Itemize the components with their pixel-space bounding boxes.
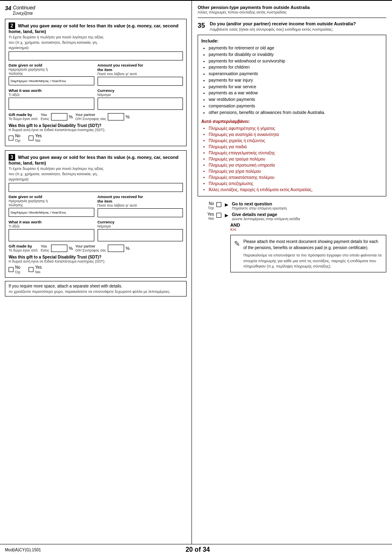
no-answer-checkbox[interactable] (216, 202, 221, 207)
block3-month-label: Month/Μήνας (29, 211, 49, 214)
block2-worth-label: What it was worth (9, 88, 94, 93)
block3-partner-group: Your partner Ο/Η Συντροφος σας % (75, 244, 129, 252)
block2-subtitle3: αγρόκτημα) (9, 45, 183, 50)
block2-no-checkbox[interactable] (9, 136, 13, 140)
block2-no-label: No (15, 134, 20, 138)
block2-yn-row: No Όχι Yes Ναι (9, 134, 183, 143)
block3-you-percent-input[interactable] (51, 245, 67, 252)
block2-partner-sub: Ο/Η Συντροφος σας (75, 117, 106, 121)
q35-text: Do you (and/or your partner) receive inc… (210, 21, 356, 26)
block3-amount-input[interactable] (98, 208, 183, 217)
block3-currency-input[interactable] (98, 229, 183, 241)
block3-worth-currency-row: What it was worth Τι άξιζε Currency Νόμι… (9, 220, 183, 241)
block2-date-label: Date given or sold (9, 63, 94, 67)
block2-date-amount-row: Date given or sold Ημερομηνία χορήγησης … (9, 63, 183, 86)
block3-worth-input[interactable] (9, 229, 94, 241)
greek-bullet-9: Πληρωμές αποζημίωσης (209, 181, 383, 187)
block2-main-input[interactable] (9, 51, 183, 60)
block3-yes-checkbox[interactable] (29, 267, 33, 272)
block2-yes-checkbox[interactable] (29, 136, 33, 140)
block2-worth-group: What it was worth Τι άξιζε (9, 88, 94, 110)
greek-bullet-3: Πληρωμές για παιδιά (209, 144, 383, 150)
more-space-greek: Αν χρειάζεστε περισσότερο χώρο, παρακαλε… (9, 290, 183, 294)
block2-sdt-question: Was this gift to a Special Disability Tr… (9, 123, 183, 128)
page-container: 34 Continued Συνεχίζεται 2 What you gave… (0, 0, 392, 555)
block2-worth-input[interactable] (9, 98, 94, 110)
block2-subtitle2: του (π.χ. χρήματα, αυτοκίνητο, δεύτερη κ… (9, 40, 183, 45)
block3-date-amount-row: Date given or sold Ημερομηνία χορήγησης … (9, 194, 183, 217)
yes-answer-checkbox[interactable] (216, 213, 221, 218)
block2-amount-input[interactable] (98, 77, 183, 86)
block3-worth-sub: Τι άξιζε (9, 224, 94, 228)
block3-yes-item: Yes Ναι (29, 265, 42, 274)
block3-partner-sub: Ο/Η Συντροφος σας (75, 248, 106, 252)
block3-no-checkbox[interactable] (9, 267, 13, 272)
block3-yes-label: Yes (35, 265, 42, 270)
q35-number: 35 (198, 22, 205, 29)
block2-gift-label: Gift made by (9, 112, 38, 117)
block2-you-label: You (41, 113, 49, 117)
note-text-greek: Παρακαλούμε να επισυνάψετε το πιο πρόσφα… (243, 252, 383, 269)
block2-yes-item: Yes Ναι (29, 134, 42, 143)
yes-answer-label-group: Yes Ναι (198, 212, 214, 221)
block3-date-box[interactable]: Day/Ημέρα / Month/Μήνας / Year/Έτος (9, 208, 94, 217)
block3-yes-sub: Ναι (35, 270, 40, 274)
block3-you-label: You (41, 244, 49, 248)
yes-label: Yes (198, 212, 214, 216)
bullet-widowhood: payments for widowhood or survivorship (209, 58, 383, 65)
block3-partner-label: Your partner (75, 244, 106, 248)
greek-bullet-5: Πληρωμές για τραύμα πολέμου (209, 156, 383, 162)
and-greek: ΚΑΙ (230, 227, 236, 232)
block3-amount-label: Amount you received for (98, 194, 183, 199)
continued-label: Continued (13, 5, 36, 11)
block3-partner-percent-input[interactable] (108, 245, 124, 252)
bullet-compensation: compensation payments (209, 103, 383, 109)
block3-worth-label: What it was worth (9, 220, 94, 224)
block3-subtitle: Τι έχετε δωρίσει ή πωλήσει για ποσό λιγό… (9, 166, 183, 171)
block2-partner-percent-input[interactable] (108, 113, 124, 120)
and-label: AND (230, 223, 240, 227)
block3-amount-sub: Ποσό που λάβατε γι' αυτό (98, 203, 183, 207)
greek-bullet-1: Πληρωμές για αναπηρία ή ανικανότητα (209, 132, 383, 138)
block3-date-sub2: πώλησης (9, 203, 94, 207)
block3-sdt-question: Was this gift to a Special Disability Tr… (9, 255, 183, 259)
block2-date-box[interactable]: Day/Ημέρα / Month/Μήνας / Year/Έτος (9, 76, 94, 85)
yes-answer-row: Yes Ναι ► Give details next page Δώστε λ… (198, 212, 386, 221)
bullet-superannuation: superannuation payments (209, 71, 383, 77)
block2-date-sub2: πώλησης (9, 71, 94, 76)
block3-gift-row: Gift made by Το δώρο έγινε από: You Εσει… (9, 244, 183, 252)
q35-greek: Λαμβάνετε εσείς (ή/και ο/η σύντροφός σας… (210, 27, 356, 31)
block2-yes-label: Yes (35, 134, 42, 138)
right-header-english: Other pension-type payments from outside… (198, 5, 386, 10)
block3-gift-label: Gift made by (9, 244, 38, 248)
q35-block: 35 Do you (and/or your partner) receive … (198, 21, 386, 31)
no-action-text: Go to next question (232, 201, 287, 206)
block2-currency-input[interactable] (98, 98, 183, 110)
block3-no-label: No (15, 265, 20, 270)
block3-number: 3 (9, 154, 15, 160)
block3-no-item: No Όχι (9, 265, 20, 274)
block3-amount-group: Amount you received for the item Ποσό πο… (98, 194, 183, 217)
block2-partner-percent-sign: % (126, 114, 130, 119)
block3-title: What you gave away or sold for less than… (18, 155, 125, 160)
paperclip-icon: ✎ (234, 239, 240, 269)
block2-you-sub: Εσεις (41, 117, 49, 121)
block2-gift-row: Gift made by Το δώρο έγινε από: You Εσει… (9, 112, 183, 121)
block2-you-percent-input[interactable] (51, 113, 67, 120)
bullet-war-injury: payments for war injury (209, 77, 383, 84)
continued-greek: Συνεχίζεται (13, 11, 33, 16)
right-header-greek: Άλλες πληρωμές τύπου-σύνταξης εκτός Αυστ… (198, 10, 386, 14)
block2-partner-label: Your partner (75, 113, 106, 117)
block2-number: 2 (9, 22, 15, 29)
block3-currency-sub: Νόμισμα (98, 224, 183, 228)
yes-answer-action-group: Give details next page Δώστε λεπτομέρειε… (232, 212, 300, 221)
block2-amount-label: Amount you received for (98, 63, 183, 67)
block2-you-group: You Εσεις % (41, 113, 73, 121)
yes-action-greek: Δώστε λεπτομέρειες στην επόμενη σελίδα (232, 217, 300, 221)
and-row-greek: ΚΑΙ (230, 227, 386, 232)
include-title: Include: (201, 38, 383, 43)
yes-label-greek: Ναι (198, 216, 214, 221)
block2-gift-label-group: Gift made by Το δώρο έγινε από: (9, 112, 38, 121)
block3-main-input[interactable] (9, 183, 183, 192)
include-box: Include: payments for retirement or old … (198, 35, 386, 196)
